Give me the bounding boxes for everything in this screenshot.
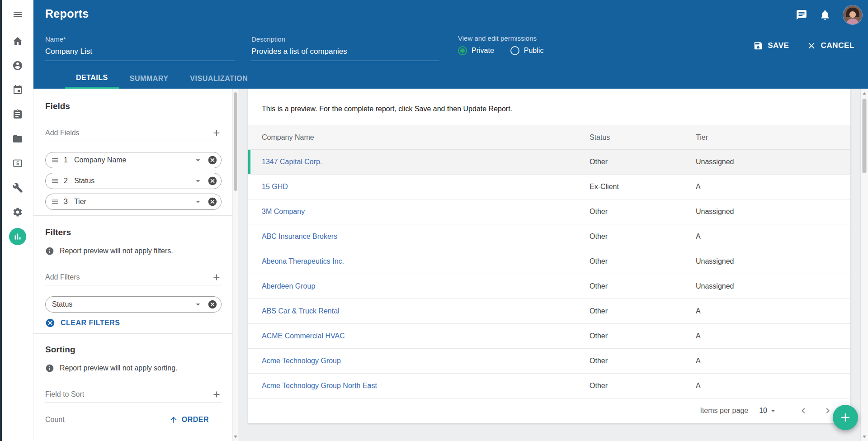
sidebar-item-reports[interactable] — [2, 224, 33, 249]
company-link[interactable]: ABS Car & Truck Rental — [262, 307, 340, 315]
sidebar-item-home[interactable] — [2, 29, 33, 53]
company-link[interactable]: ABC Insurance Brokers — [262, 232, 337, 240]
items-per-page-label: Items per page — [700, 407, 748, 415]
name-input[interactable] — [45, 47, 235, 61]
table-row[interactable]: Abeona Therapeutics Inc.OtherUnassigned — [248, 249, 850, 274]
app-header: Reports Name* Description View and edit … — [33, 0, 868, 89]
field-order: 3 — [64, 198, 68, 206]
scrollbar-thumb[interactable] — [863, 99, 867, 173]
save-label: SAVE — [768, 41, 789, 50]
home-icon — [12, 36, 23, 47]
sidebar-item-calendar[interactable] — [2, 78, 33, 102]
sidebar-item-account[interactable] — [2, 53, 33, 78]
company-link[interactable]: 1347 Capital Corp. — [262, 158, 322, 166]
remove-filter-button[interactable] — [208, 299, 217, 309]
notifications-button[interactable] — [819, 9, 831, 21]
clear-filters-button[interactable]: CLEAR FILTERS — [45, 318, 222, 328]
info-icon — [45, 364, 54, 373]
sidebar-item-module-5[interactable]: 5 — [2, 151, 33, 175]
status-cell: Other — [590, 357, 696, 365]
menu-icon — [12, 9, 23, 20]
table-row[interactable]: ABS Car & Truck RentalOtherA — [248, 299, 850, 324]
company-cell: Aberdeen Group — [262, 282, 590, 290]
add-filters-button[interactable] — [212, 272, 222, 282]
sidebar-item-tasks[interactable] — [2, 102, 33, 127]
filter-pill[interactable]: Status — [45, 296, 222, 313]
menu-button[interactable] — [2, 0, 33, 29]
table-row[interactable]: 15 GHDEx-ClientA — [248, 175, 850, 199]
table-row[interactable]: Acme Technology Group North EastOtherA — [248, 374, 850, 398]
add-fields-button[interactable] — [212, 128, 222, 138]
company-link[interactable]: ACME Commercial HVAC — [262, 332, 345, 340]
tier-cell: A — [696, 307, 837, 315]
scroll-up-arrow[interactable] — [861, 90, 868, 96]
user-avatar[interactable] — [843, 5, 863, 25]
add-fields-row: Add Fields — [45, 125, 222, 141]
table-row[interactable]: 1347 Capital Corp.OtherUnassigned — [248, 150, 850, 175]
prev-page-button[interactable] — [798, 405, 809, 416]
field-order: 1 — [64, 156, 68, 164]
tab-summary[interactable]: SUMMARY — [119, 69, 179, 89]
section-divider — [33, 215, 232, 216]
company-link[interactable]: Acme Technology Group — [262, 357, 341, 365]
table-row[interactable]: Aberdeen GroupOtherUnassigned — [248, 274, 850, 299]
bar-chart-icon — [13, 232, 23, 242]
remove-field-button[interactable] — [208, 197, 217, 207]
permission-option-private[interactable]: Private — [458, 46, 494, 55]
scroll-down-arrow[interactable] — [861, 434, 868, 439]
status-cell: Ex-Client — [590, 183, 696, 191]
field-pill[interactable]: 1Company Name — [45, 152, 222, 168]
permission-option-public[interactable]: Public — [510, 46, 544, 55]
radio-label: Public — [524, 47, 544, 55]
status-cell: Other — [590, 208, 696, 216]
sidebar-item-tools[interactable] — [2, 175, 33, 200]
main-scrollbar[interactable] — [860, 89, 868, 441]
description-input[interactable] — [251, 47, 439, 61]
report-config-panel: Fields Add Fields 1Company Name2Status3T… — [33, 89, 232, 441]
page-size-select[interactable]: 10 — [759, 406, 778, 416]
next-page-button[interactable] — [822, 405, 833, 416]
company-link[interactable]: Acme Technology Group North East — [262, 382, 377, 389]
status-cell: Other — [590, 307, 696, 315]
company-cell: ACME Commercial HVAC — [262, 332, 590, 340]
add-report-fab[interactable] — [833, 405, 858, 430]
tier-cell: A — [696, 382, 837, 390]
dropdown-caret-icon — [193, 197, 203, 207]
add-fields-label: Add Fields — [45, 129, 80, 137]
table-row[interactable]: ACME Commercial HVACOtherA — [248, 324, 850, 349]
drag-handle-icon — [51, 156, 59, 164]
panel-scrollbar[interactable] — [232, 89, 238, 441]
remove-field-button[interactable] — [208, 176, 217, 186]
add-sort-button[interactable] — [212, 389, 222, 399]
remove-icon — [208, 176, 217, 186]
company-link[interactable]: 15 GHD — [262, 183, 288, 190]
pagination: Items per page 10 — [248, 398, 850, 422]
scrollbar-thumb[interactable] — [234, 92, 237, 191]
section-divider — [33, 333, 232, 334]
order-button[interactable]: ORDER — [169, 415, 209, 424]
tab-visualization[interactable]: VISUALIZATION — [179, 69, 259, 89]
table-row[interactable]: ABC Insurance BrokersOtherA — [248, 224, 850, 249]
remove-field-button[interactable] — [208, 155, 217, 165]
field-pill[interactable]: 3Tier — [45, 194, 222, 210]
column-header: Company Name — [262, 133, 590, 142]
plus-icon — [212, 128, 222, 138]
company-link[interactable]: 3M Company — [262, 208, 305, 215]
table-row[interactable]: 3M CompanyOtherUnassigned — [248, 199, 850, 224]
tab-details[interactable]: DETAILS — [65, 69, 119, 89]
chat-button[interactable] — [796, 9, 807, 21]
cancel-button[interactable]: CANCEL — [807, 41, 854, 51]
sidebar-item-documents[interactable] — [2, 127, 33, 151]
company-link[interactable]: Abeona Therapeutics Inc. — [262, 257, 344, 265]
company-link[interactable]: Aberdeen Group — [262, 282, 315, 290]
remove-icon — [208, 197, 217, 207]
save-button[interactable]: SAVE — [753, 41, 789, 51]
field-pill[interactable]: 2Status — [45, 173, 222, 189]
table-row[interactable]: Acme Technology GroupOtherA — [248, 349, 850, 374]
wrench-icon — [12, 182, 23, 193]
scroll-down-arrow[interactable] — [233, 434, 238, 439]
field-label: Status — [74, 177, 193, 185]
sidebar-item-settings[interactable] — [2, 200, 33, 224]
radio-label: Private — [472, 47, 494, 55]
tier-cell: Unassigned — [696, 158, 837, 166]
